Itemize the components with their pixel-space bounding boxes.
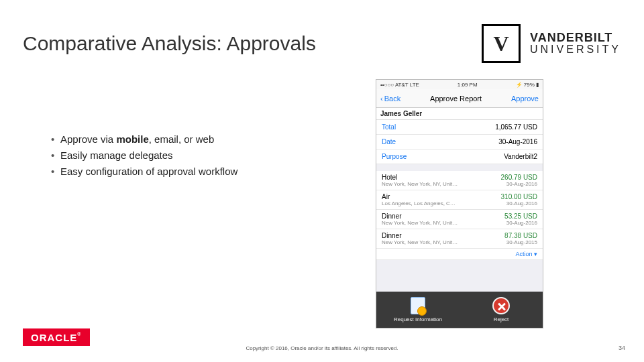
vanderbilt-mark-icon: V — [482, 24, 521, 63]
expense-location: New York, New York, NY, Unit… — [382, 181, 458, 187]
back-button[interactable]: ‹ Back — [380, 95, 400, 103]
phone-status-bar: ••○○○ AT&T LTE 1:09 PM ⚡ 79% ▮ — [376, 80, 543, 89]
expense-row[interactable]: AirLos Angeles, Los Angeles, C…310.00 US… — [376, 190, 543, 210]
phone-nav-bar: ‹ Back Approve Report Approve — [376, 89, 543, 108]
summary-row: PurposeVanderbilt2 — [376, 149, 543, 164]
summary-key: Purpose — [382, 153, 407, 160]
status-battery: ⚡ 79% ▮ — [516, 82, 539, 88]
summary-value: 1,065.77 USD — [495, 123, 537, 131]
expense-location: New York, New York, NY, Unit… — [382, 239, 458, 245]
brand-line1: VANDERBILT — [530, 32, 621, 44]
page-number: 34 — [619, 345, 625, 351]
bullet-segment: Easily manage delegates — [60, 149, 173, 161]
bullet-segment: Easy configuration of approval workflow — [60, 166, 237, 177]
bullet-item: Easy configuration of approval workflow — [51, 164, 237, 180]
bullet-item: Approve via mobile, email, or web — [51, 131, 237, 147]
expense-amount: 87.38 USD — [504, 232, 537, 239]
expense-row[interactable]: HotelNew York, New York, NY, Unit…260.79… — [376, 171, 543, 190]
expense-date: 30-Aug-2016 — [504, 220, 537, 226]
phone-toolbar: Request Information Reject — [376, 292, 543, 328]
bullet-segment: , email, or web — [149, 133, 215, 145]
brand-line2: UNIVERSITY — [530, 44, 621, 56]
summary-row: Total1,065.77 USD — [376, 120, 543, 135]
expense-category: Air — [382, 193, 455, 200]
copyright-text: Copyright © 2016, Oracle and/or its affi… — [0, 345, 644, 351]
row-action-link[interactable]: Action ▾ — [376, 249, 543, 260]
oracle-logo: ORACLE® — [23, 328, 90, 346]
summary-value: 30-Aug-2016 — [498, 138, 537, 145]
status-time: 1:09 PM — [458, 82, 478, 88]
expense-date: 30-Aug-2016 — [501, 200, 537, 206]
expense-date: 30-Aug-2016 — [501, 181, 537, 187]
summary-key: Date — [382, 138, 396, 145]
back-label: Back — [384, 95, 400, 103]
expense-row[interactable]: DinnerNew York, New York, NY, Unit…87.38… — [376, 229, 543, 249]
section-gap — [376, 164, 543, 171]
expense-location: Los Angeles, Los Angeles, C… — [382, 200, 455, 206]
summary-key: Total — [382, 123, 396, 131]
slide: Comparative Analysis: Approvals V VANDER… — [0, 0, 644, 362]
mobile-screenshot: ••○○○ AT&T LTE 1:09 PM ⚡ 79% ▮ ‹ Back Ap… — [376, 79, 543, 328]
summary-row: Date30-Aug-2016 — [376, 135, 543, 149]
vanderbilt-wordmark: VANDERBILT UNIVERSITY — [530, 32, 621, 56]
status-carrier: ••○○○ AT&T LTE — [380, 82, 419, 88]
expense-amount: 53.25 USD — [504, 213, 537, 220]
bullet-segment: mobile — [116, 133, 148, 145]
nav-title: Approve Report — [430, 95, 482, 103]
slide-title: Comparative Analysis: Approvals — [23, 32, 316, 55]
vanderbilt-logo: V VANDERBILT UNIVERSITY — [482, 24, 621, 63]
requester-name: James Geller — [376, 108, 543, 120]
bullet-item: Easily manage delegates — [51, 147, 237, 164]
expense-category: Dinner — [382, 232, 458, 239]
expense-category: Hotel — [382, 174, 458, 181]
expense-amount: 310.00 USD — [501, 193, 537, 200]
oracle-text: ORACLE — [31, 332, 77, 343]
summary-value: Vanderbilt2 — [504, 153, 537, 160]
bullet-segment: Approve via — [60, 133, 116, 145]
expense-location: New York, New York, NY, Unit… — [382, 220, 458, 226]
reject-label: Reject — [494, 316, 509, 322]
expense-row[interactable]: DinnerNew York, New York, NY, Unit…53.25… — [376, 210, 543, 229]
reject-icon — [492, 297, 510, 314]
request-info-label: Request Information — [394, 316, 442, 322]
expense-amount: 260.79 USD — [501, 174, 537, 181]
document-info-icon — [411, 297, 425, 314]
approve-button[interactable]: Approve — [511, 95, 539, 103]
reject-button[interactable]: Reject — [460, 292, 543, 328]
expense-date: 30-Aug-2015 — [504, 239, 537, 245]
chevron-left-icon: ‹ — [380, 95, 383, 103]
bullet-list: Approve via mobile, email, or webEasily … — [51, 131, 237, 180]
expense-category: Dinner — [382, 213, 458, 220]
request-info-button[interactable]: Request Information — [376, 292, 460, 328]
